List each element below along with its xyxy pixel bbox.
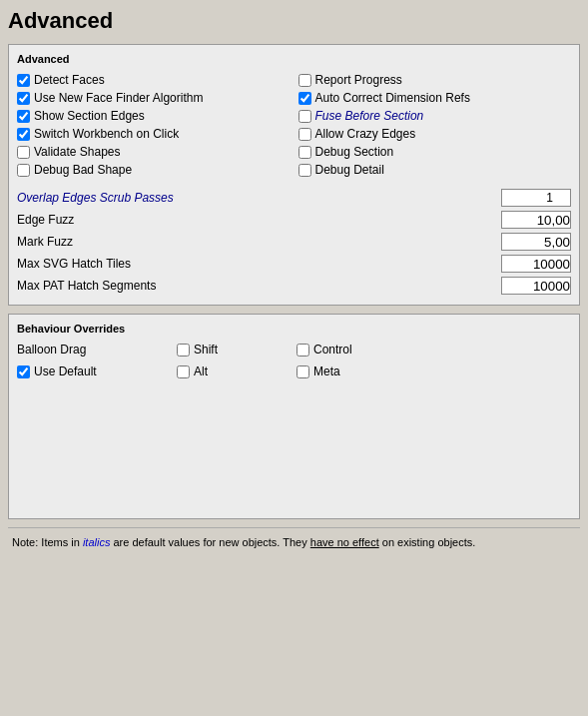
checkbox-debug-detail[interactable]: Debug Detail bbox=[298, 161, 572, 179]
numeric-row-max-pat: Max PAT Hatch Segments bbox=[17, 275, 571, 297]
note-suffix: on existing objects. bbox=[379, 536, 476, 548]
balloon-drag-label: Balloon Drag bbox=[17, 341, 177, 358]
options-grid: Detect Faces Use New Face Finder Algorit… bbox=[17, 71, 571, 179]
edge-fuzz-input[interactable] bbox=[501, 211, 571, 229]
note-italic-word: italics bbox=[83, 536, 111, 548]
shift-checkbox-item[interactable]: Shift bbox=[177, 341, 296, 358]
max-pat-input[interactable] bbox=[501, 277, 571, 295]
checkbox-allow-crazy[interactable]: Allow Crazy Edges bbox=[298, 125, 572, 143]
control-checkbox[interactable] bbox=[296, 344, 309, 357]
numeric-rows: Overlap Edges Scrub Passes Edge Fuzz Mar… bbox=[17, 187, 571, 297]
note-middle: are default values for new objects. They bbox=[110, 536, 309, 548]
checkbox-fuse-before[interactable]: Fuse Before Section bbox=[298, 107, 572, 125]
max-svg-input[interactable] bbox=[501, 255, 571, 273]
checkbox-show-section-edges[interactable]: Show Section Edges bbox=[17, 107, 291, 125]
numeric-row-max-svg: Max SVG Hatch Tiles bbox=[17, 253, 571, 275]
behaviour-panel-title: Behaviour Overrides bbox=[17, 323, 571, 335]
checkbox-report-progress[interactable]: Report Progress bbox=[298, 71, 572, 89]
note-underline-word: have no effect bbox=[310, 536, 379, 548]
use-default-checkbox[interactable] bbox=[17, 365, 30, 378]
alt-checkbox[interactable] bbox=[177, 365, 190, 378]
checkbox-debug-bad-shape[interactable]: Debug Bad Shape bbox=[17, 161, 291, 179]
left-checkboxes: Detect Faces Use New Face Finder Algorit… bbox=[17, 71, 291, 179]
checkbox-debug-section[interactable]: Debug Section bbox=[298, 143, 572, 161]
meta-checkbox-item[interactable]: Meta bbox=[296, 362, 416, 380]
edge-fuzz-input-wrapper[interactable] bbox=[501, 211, 571, 229]
overlap-edges-input[interactable] bbox=[501, 189, 571, 207]
numeric-row-overlap-edges: Overlap Edges Scrub Passes bbox=[17, 187, 571, 209]
max-pat-input-wrapper[interactable] bbox=[501, 277, 571, 295]
page-title: Advanced bbox=[8, 8, 580, 34]
checkbox-switch-workbench[interactable]: Switch Workbench on Click bbox=[17, 125, 291, 143]
checkbox-validate-shapes[interactable]: Validate Shapes bbox=[17, 143, 291, 161]
numeric-row-mark-fuzz: Mark Fuzz bbox=[17, 231, 571, 253]
checkbox-auto-correct[interactable]: Auto Correct Dimension Refs bbox=[298, 89, 572, 107]
note-prefix: Note: Items in bbox=[12, 536, 83, 548]
max-svg-input-wrapper[interactable] bbox=[501, 255, 571, 273]
mark-fuzz-input-wrapper[interactable] bbox=[501, 233, 571, 251]
control-checkbox-item[interactable]: Control bbox=[296, 341, 416, 358]
advanced-panel-title: Advanced bbox=[17, 53, 571, 65]
behaviour-grid: Balloon Drag Shift Control Use Default A… bbox=[17, 341, 571, 380]
note-section: Note: Items in italics are default value… bbox=[8, 527, 580, 552]
checkbox-use-new-face[interactable]: Use New Face Finder Algorithm bbox=[17, 89, 291, 107]
shift-checkbox[interactable] bbox=[177, 344, 190, 357]
overlap-edges-input-wrapper[interactable] bbox=[501, 189, 571, 207]
meta-checkbox[interactable] bbox=[296, 365, 309, 378]
right-checkboxes: Report Progress Auto Correct Dimension R… bbox=[298, 71, 572, 179]
alt-checkbox-item[interactable]: Alt bbox=[177, 362, 296, 380]
use-default-item[interactable]: Use Default bbox=[17, 362, 177, 380]
behaviour-panel: Behaviour Overrides Balloon Drag Shift C… bbox=[8, 314, 580, 519]
empty-space bbox=[17, 380, 571, 510]
checkbox-detect-faces[interactable]: Detect Faces bbox=[17, 71, 291, 89]
numeric-row-edge-fuzz: Edge Fuzz bbox=[17, 209, 571, 231]
advanced-panel: Advanced Detect Faces Use New Face Finde… bbox=[8, 44, 580, 306]
mark-fuzz-input[interactable] bbox=[501, 233, 571, 251]
